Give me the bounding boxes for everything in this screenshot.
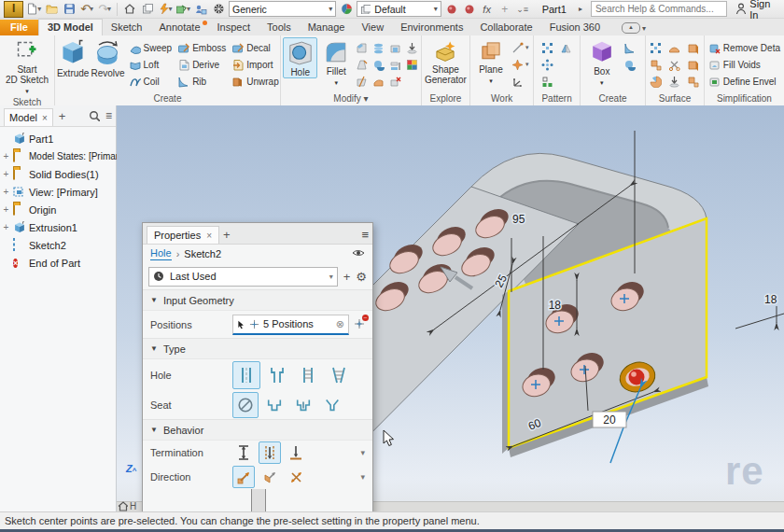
- emboss-button[interactable]: Emboss: [175, 39, 228, 56]
- trim-icon[interactable]: [650, 59, 662, 71]
- stitch-icon[interactable]: [650, 42, 662, 54]
- freeform-face-icon[interactable]: [623, 39, 636, 56]
- replace-face-icon[interactable]: [687, 59, 699, 71]
- hole-type-taper-tapped-button[interactable]: [325, 361, 353, 389]
- add-browser-tab-button[interactable]: +: [59, 109, 66, 123]
- direction-default-button[interactable]: [232, 466, 255, 488]
- group-label-surface[interactable]: Surface: [648, 92, 702, 105]
- tree-item-extrusion1[interactable]: +Extrusion1: [2, 218, 116, 236]
- document-home-tab[interactable]: H: [118, 500, 136, 511]
- tab-fusion-360[interactable]: Fusion 360: [541, 20, 609, 35]
- clear-sphere-icon[interactable]: [462, 2, 477, 17]
- preset-settings-gear-icon[interactable]: ⚙: [356, 270, 367, 284]
- section-input-geometry[interactable]: ▼Input Geometry: [143, 289, 372, 311]
- tab-tools[interactable]: Tools: [259, 20, 300, 35]
- quick-launch-icon[interactable]: ▾: [158, 2, 173, 17]
- group-label-create-freeform[interactable]: Create Freeform: [582, 92, 643, 105]
- circular-pattern-icon[interactable]: [541, 59, 553, 71]
- import-button[interactable]: Import: [230, 56, 280, 73]
- chevron-icon[interactable]: ⌄≡: [515, 2, 530, 17]
- sign-in-button[interactable]: Sign In: [735, 0, 780, 21]
- save-button[interactable]: [62, 2, 77, 17]
- add-panel-tab-button[interactable]: +: [223, 228, 231, 242]
- open-button[interactable]: [44, 2, 59, 17]
- ucs-button[interactable]: [511, 73, 529, 90]
- tab-manage[interactable]: Manage: [300, 20, 354, 35]
- hole-type-clearance-button[interactable]: [263, 361, 291, 389]
- revolve-button[interactable]: Revolve: [91, 37, 124, 78]
- ruled-surface-icon[interactable]: [650, 76, 662, 88]
- shape-generator-button[interactable]: ShapeGenerator: [424, 37, 468, 85]
- tab-annotate[interactable]: Annotate: [151, 20, 209, 35]
- feature-name-link[interactable]: Hole: [150, 247, 172, 260]
- inventor-logo[interactable]: I: [4, 1, 23, 18]
- direct-edit-icon[interactable]: [372, 76, 385, 88]
- group-label-modify[interactable]: Modify ▾: [283, 92, 419, 105]
- point-button[interactable]: ▾: [511, 56, 529, 73]
- fillet-button[interactable]: Fillet▾: [319, 37, 353, 88]
- termination-through-all-button[interactable]: [259, 441, 281, 464]
- tree-item-solid-bodies[interactable]: +Solid Bodies(1): [2, 165, 116, 183]
- panel-menu-icon[interactable]: ≡: [361, 228, 369, 242]
- termination-dropdown-icon[interactable]: ▾: [360, 448, 365, 457]
- close-icon[interactable]: ×: [206, 231, 212, 241]
- tree-item-sketch2[interactable]: Sketch2: [2, 236, 116, 254]
- new-file-button[interactable]: ▾: [26, 2, 41, 17]
- termination-to-button[interactable]: [285, 441, 307, 464]
- hole-type-tapped-button[interactable]: [294, 361, 322, 389]
- mirror-icon[interactable]: [560, 42, 572, 54]
- convert-freeform-icon[interactable]: [623, 56, 636, 73]
- hole-button[interactable]: Hole: [283, 37, 318, 78]
- plus-icon[interactable]: +: [497, 2, 512, 17]
- hole-type-simple-button[interactable]: [232, 361, 260, 389]
- patch-icon[interactable]: [668, 42, 680, 54]
- thread-icon[interactable]: [372, 42, 385, 54]
- axis-button[interactable]: ▾: [511, 39, 529, 56]
- seat-countersink-button[interactable]: [319, 392, 345, 418]
- termination-distance-button[interactable]: [232, 441, 255, 464]
- loft-button[interactable]: Loft: [127, 56, 175, 73]
- direction-flip-button[interactable]: [259, 466, 281, 488]
- rectangular-pattern-icon[interactable]: [541, 42, 553, 54]
- visibility-eye-icon[interactable]: [352, 247, 365, 260]
- expand-arrow-icon[interactable]: ▸: [573, 2, 588, 17]
- appearance-combobox[interactable]: Default▾: [357, 1, 441, 17]
- redo-button[interactable]: ↷▾: [97, 2, 112, 17]
- chamfer-icon[interactable]: [356, 42, 368, 54]
- draft-icon[interactable]: [356, 59, 368, 71]
- group-label-simplification[interactable]: Simplification: [707, 92, 782, 105]
- tab-inspect[interactable]: Inspect: [209, 20, 259, 35]
- parameters-fx-icon[interactable]: fx: [480, 2, 495, 17]
- add-preset-button[interactable]: +: [343, 270, 351, 284]
- thicken-offset-icon[interactable]: [389, 59, 401, 71]
- positions-field[interactable]: 5 Positions ⊗: [232, 315, 349, 335]
- section-behavior[interactable]: ▼Behavior: [143, 419, 372, 441]
- repair-icon[interactable]: [687, 76, 699, 88]
- split-icon[interactable]: [356, 76, 368, 88]
- sculpt-surface-icon[interactable]: [687, 42, 699, 54]
- group-label-pattern[interactable]: Pattern: [536, 92, 577, 105]
- seat-none-button[interactable]: [232, 392, 259, 418]
- tree-item-model-states[interactable]: +Model States: [Primary]: [2, 147, 116, 165]
- close-icon[interactable]: ×: [42, 113, 48, 123]
- group-label-create[interactable]: Create: [57, 92, 278, 105]
- seat-spotface-button[interactable]: [290, 392, 316, 418]
- tree-item-end-of-part[interactable]: ×End of Part: [2, 254, 116, 272]
- offset-surface-icon[interactable]: [668, 76, 680, 88]
- sweep-button[interactable]: Sweep: [127, 39, 175, 56]
- plane-button[interactable]: Plane▾: [472, 37, 510, 86]
- define-envelopes-button[interactable]: Define Envel: [707, 73, 782, 90]
- adjust-sphere-icon[interactable]: [444, 2, 459, 17]
- clear-selection-icon[interactable]: ⊗: [336, 318, 344, 330]
- remove-position-icon[interactable]: –: [354, 318, 365, 331]
- derive-button[interactable]: Derive: [175, 56, 228, 73]
- wheel-icon[interactable]: [211, 2, 226, 17]
- remove-details-button[interactable]: Remove Deta: [707, 39, 782, 56]
- search-icon[interactable]: [89, 110, 100, 121]
- direction-dropdown-icon[interactable]: ▾: [360, 472, 365, 482]
- press-pull-icon[interactable]: [406, 42, 418, 54]
- sketch-driven-pattern-icon[interactable]: [541, 76, 553, 88]
- material-combobox[interactable]: Generic▾: [229, 1, 336, 17]
- rib-button[interactable]: Rib: [175, 73, 228, 90]
- color-swatch-icon[interactable]: [406, 59, 418, 71]
